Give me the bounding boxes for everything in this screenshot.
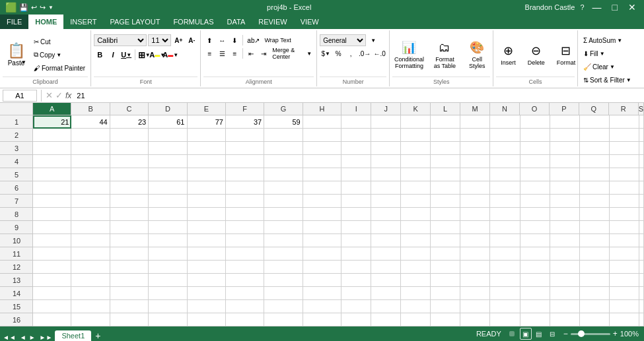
cell-N8[interactable] (490, 208, 520, 221)
cell-M15[interactable] (460, 300, 490, 313)
cell-C7[interactable] (110, 195, 149, 208)
cell-K12[interactable] (401, 261, 431, 274)
cell-B3[interactable] (71, 142, 110, 155)
cell-M9[interactable] (460, 221, 490, 234)
cell-O4[interactable] (520, 155, 550, 168)
cell-F9[interactable] (226, 221, 264, 234)
sort-filter-button[interactable]: ⇅ Sort & Filter ▼ (581, 74, 641, 86)
col-header-B[interactable]: B (71, 103, 110, 115)
decrease-font-size-button[interactable]: A- (186, 34, 197, 46)
cell-N3[interactable] (490, 142, 520, 155)
cell-I7[interactable] (341, 195, 371, 208)
cell-R16[interactable] (610, 313, 639, 326)
cell-B2[interactable] (71, 129, 110, 142)
cell-R4[interactable] (610, 155, 639, 168)
cell-G8[interactable] (264, 208, 303, 221)
cell-H1[interactable] (303, 115, 341, 129)
cell-A7[interactable] (33, 195, 71, 208)
autosum-dropdown[interactable]: ▼ (617, 38, 622, 44)
sheet-nav-right-icon[interactable]: ►► (37, 334, 55, 341)
cell-S12[interactable] (639, 261, 644, 274)
cell-B11[interactable] (71, 247, 110, 261)
cell-A8[interactable] (33, 208, 71, 221)
col-header-E[interactable]: E (188, 103, 226, 115)
cell-O14[interactable] (520, 287, 550, 300)
cell-J7[interactable] (371, 195, 401, 208)
cell-F2[interactable] (226, 129, 264, 142)
cell-E10[interactable] (188, 234, 226, 247)
cell-C4[interactable] (110, 155, 149, 168)
italic-button[interactable]: I (107, 49, 119, 61)
row-header-1[interactable]: 1 (0, 115, 33, 129)
font-color-button[interactable]: A▬▼ (164, 49, 176, 61)
cell-K15[interactable] (401, 300, 431, 313)
tab-formulas[interactable]: FORMULAS (166, 15, 220, 29)
cell-G5[interactable] (264, 168, 303, 181)
cell-I11[interactable] (341, 247, 371, 261)
cancel-formula-icon[interactable]: ✕ (46, 90, 53, 100)
cell-H13[interactable] (303, 274, 341, 287)
cell-J13[interactable] (371, 274, 401, 287)
cell-N15[interactable] (490, 300, 520, 313)
cell-F7[interactable] (226, 195, 264, 208)
cell-I8[interactable] (341, 208, 371, 221)
cell-F4[interactable] (226, 155, 264, 168)
cell-N16[interactable] (490, 313, 520, 326)
cell-Q8[interactable] (580, 208, 610, 221)
tab-home[interactable]: HOME (28, 15, 63, 29)
cell-E2[interactable] (188, 129, 226, 142)
cell-Q10[interactable] (580, 234, 610, 247)
cell-I14[interactable] (341, 287, 371, 300)
cell-D16[interactable] (149, 313, 187, 326)
cell-F14[interactable] (226, 287, 264, 300)
align-left-button[interactable]: ≡ (203, 47, 215, 59)
accounting-format-button[interactable]: $▼ (320, 47, 332, 59)
cell-S15[interactable] (639, 300, 644, 313)
cell-F12[interactable] (226, 261, 264, 274)
cell-E7[interactable] (188, 195, 226, 208)
cell-N13[interactable] (490, 274, 520, 287)
cell-Q13[interactable] (580, 274, 610, 287)
cell-K9[interactable] (401, 221, 431, 234)
tab-review[interactable]: REVIEW (252, 15, 293, 29)
cell-O13[interactable] (520, 274, 550, 287)
col-header-J[interactable]: J (371, 103, 401, 115)
copy-dropdown[interactable]: ▼ (56, 52, 61, 58)
cell-P1[interactable] (550, 115, 580, 129)
cell-P7[interactable] (550, 195, 580, 208)
cell-G1[interactable]: 59 (264, 115, 303, 129)
increase-font-size-button[interactable]: A+ (172, 34, 184, 46)
cell-F11[interactable] (226, 247, 264, 261)
col-header-M[interactable]: M (460, 103, 490, 115)
cut-button[interactable]: ✂ Cut (31, 36, 88, 47)
cell-D1[interactable]: 61 (149, 115, 187, 129)
cell-G2[interactable] (264, 129, 303, 142)
row-header-2[interactable]: 2 (0, 129, 33, 142)
cell-L7[interactable] (431, 195, 460, 208)
cell-A13[interactable] (33, 274, 71, 287)
cell-Q15[interactable] (580, 300, 610, 313)
cell-K3[interactable] (401, 142, 431, 155)
cell-J10[interactable] (371, 234, 401, 247)
cell-A16[interactable] (33, 313, 71, 326)
cell-P8[interactable] (550, 208, 580, 221)
cell-D9[interactable] (149, 221, 187, 234)
cell-C14[interactable] (110, 287, 149, 300)
cell-O7[interactable] (520, 195, 550, 208)
cell-reference-box[interactable] (3, 90, 37, 102)
cell-P4[interactable] (550, 155, 580, 168)
cell-L6[interactable] (431, 181, 460, 195)
row-header-9[interactable]: 9 (0, 221, 33, 234)
cell-Q5[interactable] (580, 168, 610, 181)
align-top-button[interactable]: ⬆ (203, 34, 215, 46)
cell-I4[interactable] (341, 155, 371, 168)
cell-M1[interactable] (460, 115, 490, 129)
cell-J14[interactable] (371, 287, 401, 300)
cell-Q9[interactable] (580, 221, 610, 234)
cell-R5[interactable] (610, 168, 639, 181)
cell-N2[interactable] (490, 129, 520, 142)
cell-B8[interactable] (71, 208, 110, 221)
sheet-nav-prev-icon[interactable]: ◄ (18, 334, 28, 341)
cell-F15[interactable] (226, 300, 264, 313)
cell-L11[interactable] (431, 247, 460, 261)
